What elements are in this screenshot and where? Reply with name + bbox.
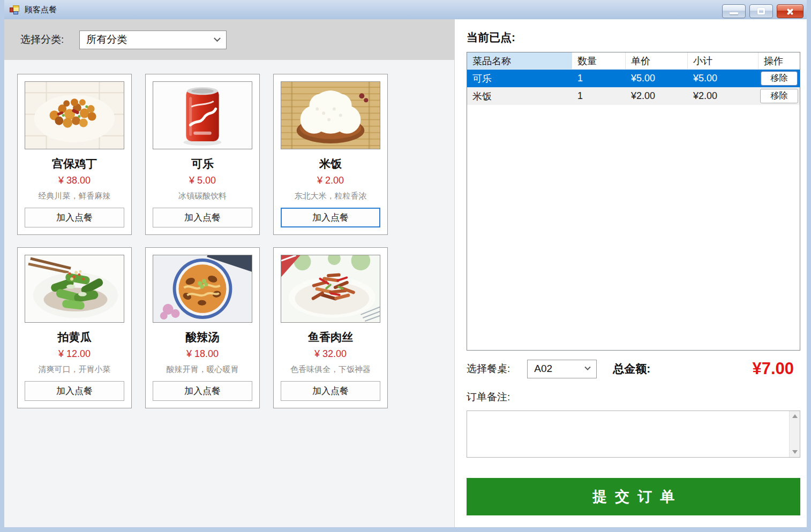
- dish-name: 鱼香肉丝: [281, 330, 380, 345]
- order-cell-subtotal: ¥5.00: [688, 73, 759, 84]
- dish-price: ¥ 38.00: [25, 175, 124, 186]
- col-header-unit-price[interactable]: 单价: [626, 52, 688, 69]
- menu-card-cola: 可乐 ¥ 5.00 冰镇碳酸饮料 加入点餐: [145, 74, 260, 235]
- category-select[interactable]: 所有分类: [79, 31, 227, 49]
- order-cell-unit-price: ¥5.00: [626, 73, 688, 84]
- menu-card-rice: 米饭 ¥ 2.00 东北大米，粒粒香浓 加入点餐: [273, 74, 388, 235]
- dish-image-cucumber-salad: [25, 255, 124, 323]
- dish-description: 色香味俱全，下饭神器: [281, 364, 380, 375]
- order-controls: 选择餐桌: A02 总金额: ¥7.00: [467, 359, 800, 378]
- add-to-order-button[interactable]: 加入点餐: [25, 381, 124, 401]
- menu-card-kungpao-chicken: 宫保鸡丁 ¥ 38.00 经典川菜，鲜香麻辣 加入点餐: [17, 74, 132, 235]
- window-controls: [722, 0, 804, 18]
- order-table: 菜品名称 数量 单价 小计 操作 可乐 1 ¥5.00 ¥5.00 移除 米饭 …: [467, 52, 800, 351]
- table-select-label: 选择餐桌:: [467, 362, 510, 376]
- dish-description: 清爽可口，开胃小菜: [25, 364, 124, 375]
- add-to-order-button[interactable]: 加入点餐: [153, 208, 252, 227]
- total-label: 总金额:: [613, 361, 650, 376]
- order-cell-qty: 1: [572, 90, 626, 102]
- remarks-input-wrap: [467, 411, 800, 458]
- order-cell-unit-price: ¥2.00: [626, 90, 688, 102]
- order-row[interactable]: 可乐 1 ¥5.00 ¥5.00 移除: [467, 70, 800, 87]
- total-value: ¥7.00: [752, 359, 794, 378]
- maximize-icon: [757, 8, 765, 14]
- remarks-label: 订单备注:: [467, 390, 800, 404]
- remarks-input[interactable]: [467, 411, 789, 457]
- minimize-icon: [730, 12, 738, 14]
- close-button[interactable]: [777, 4, 804, 18]
- dish-description: 东北大米，粒粒香浓: [281, 191, 380, 201]
- dish-price: ¥ 18.00: [153, 348, 252, 360]
- dish-price: ¥ 12.00: [25, 348, 124, 360]
- col-header-quantity[interactable]: 数量: [572, 52, 626, 69]
- remarks-scrollbar[interactable]: [789, 411, 800, 457]
- dish-price: ¥ 2.00: [281, 175, 380, 186]
- minimize-button[interactable]: [722, 4, 746, 18]
- remove-button[interactable]: 移除: [760, 71, 798, 86]
- submit-order-button[interactable]: 提交订单: [467, 478, 800, 515]
- order-cell-name: 可乐: [467, 72, 572, 85]
- col-header-dish-name[interactable]: 菜品名称: [467, 52, 572, 69]
- category-bar: 选择分类: 所有分类: [4, 19, 454, 60]
- dish-image-kungpao-chicken: [25, 81, 124, 149]
- scroll-up-icon[interactable]: [792, 414, 798, 418]
- chevron-down-icon: [585, 364, 591, 370]
- chevron-down-icon: [214, 35, 221, 42]
- col-header-subtotal[interactable]: 小计: [688, 52, 759, 69]
- dish-image-shredded-pork: [281, 255, 380, 323]
- dish-name: 拍黄瓜: [25, 330, 124, 345]
- order-heading: 当前已点:: [467, 30, 800, 45]
- order-table-header: 菜品名称 数量 单价 小计 操作: [467, 52, 800, 70]
- menu-card-cucumber-salad: 拍黄瓜 ¥ 12.00 清爽可口，开胃小菜 加入点餐: [17, 247, 132, 408]
- dish-description: 酸辣开胃，暖心暖胃: [153, 364, 252, 375]
- add-to-order-button[interactable]: 加入点餐: [281, 208, 380, 227]
- dish-name: 酸辣汤: [153, 330, 252, 345]
- dish-image-hot-sour-soup: [153, 255, 252, 323]
- dish-price: ¥ 5.00: [153, 175, 252, 186]
- col-header-action[interactable]: 操作: [759, 52, 800, 69]
- dish-name: 宫保鸡丁: [25, 156, 124, 171]
- dish-name: 可乐: [153, 156, 252, 171]
- dish-image-cola-can: [153, 81, 252, 149]
- window-title: 顾客点餐: [25, 5, 57, 15]
- order-panel: 当前已点: 菜品名称 数量 单价 小计 操作 可乐 1 ¥5.00 ¥5.00 …: [454, 19, 807, 527]
- menu-card-shredded-pork: 鱼香肉丝 ¥ 32.00 色香味俱全，下饭神器 加入点餐: [273, 247, 388, 408]
- app-icon: [10, 5, 20, 15]
- app-window: 顾客点餐 选择分类: 所有分类: [0, 0, 811, 532]
- dish-image-steamed-rice: [281, 81, 380, 149]
- dish-description: 经典川菜，鲜香麻辣: [25, 191, 124, 201]
- close-icon: [786, 8, 794, 15]
- client-area: 选择分类: 所有分类: [4, 19, 807, 527]
- order-cell-qty: 1: [572, 73, 626, 84]
- menu-section: 选择分类: 所有分类: [4, 19, 454, 527]
- menu-card-hot-sour-soup: 酸辣汤 ¥ 18.00 酸辣开胃，暖心暖胃 加入点餐: [145, 247, 260, 408]
- add-to-order-button[interactable]: 加入点餐: [281, 381, 380, 401]
- titlebar: 顾客点餐: [4, 0, 807, 19]
- menu-grid: 宫保鸡丁 ¥ 38.00 经典川菜，鲜香麻辣 加入点餐: [4, 60, 454, 408]
- order-cell-name: 米饭: [467, 90, 572, 103]
- dish-price: ¥ 32.00: [281, 348, 380, 360]
- table-select[interactable]: A02: [527, 360, 597, 378]
- scroll-down-icon[interactable]: [792, 450, 798, 454]
- maximize-button[interactable]: [749, 4, 773, 18]
- add-to-order-button[interactable]: 加入点餐: [153, 381, 252, 401]
- dish-description: 冰镇碳酸饮料: [153, 191, 252, 201]
- category-label: 选择分类:: [20, 33, 64, 47]
- add-to-order-button[interactable]: 加入点餐: [25, 208, 124, 227]
- remove-button[interactable]: 移除: [760, 89, 798, 103]
- order-table-empty-area: [467, 105, 800, 350]
- order-row[interactable]: 米饭 1 ¥2.00 ¥2.00 移除: [467, 87, 800, 105]
- table-selected-value: A02: [534, 363, 552, 375]
- order-cell-subtotal: ¥2.00: [688, 90, 759, 102]
- dish-name: 米饭: [281, 156, 380, 171]
- category-selected-value: 所有分类: [86, 33, 127, 47]
